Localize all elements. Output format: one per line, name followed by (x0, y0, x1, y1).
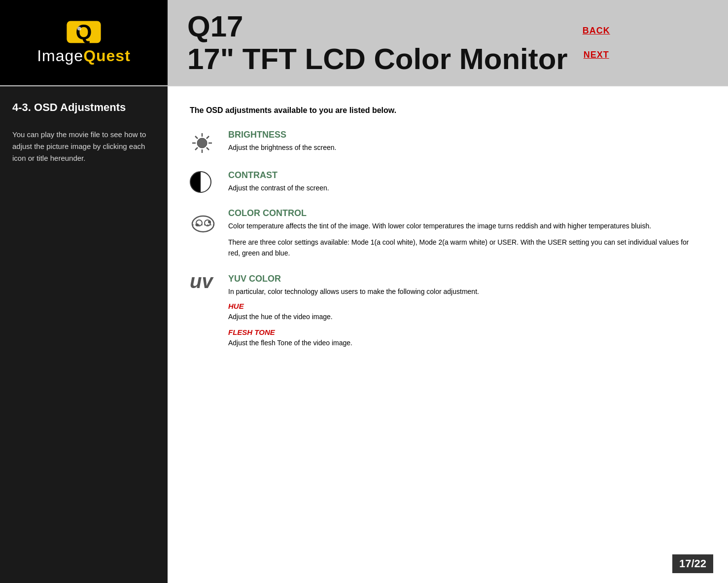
contrast-icon[interactable] (190, 171, 219, 193)
flesh-tone-title[interactable]: FLESH TONE (228, 328, 479, 336)
content-intro: The OSD adjustments available to you are… (190, 106, 701, 115)
sidebar-title: 4-3. OSD Adjustments (12, 101, 155, 114)
main-layout: 4-3. OSD Adjustments You can play the mo… (0, 86, 728, 583)
brightness-desc: Adjust the brightness of the screen. (228, 142, 336, 153)
svg-point-16 (196, 223, 199, 226)
content-area: The OSD adjustments available to you are… (168, 86, 728, 583)
svg-text:Q: Q (76, 20, 92, 43)
svg-line-8 (195, 136, 198, 139)
svg-line-10 (207, 136, 209, 139)
brightness-title[interactable]: BRIGHTNESS (228, 130, 336, 140)
contrast-half-circle-icon (190, 171, 211, 193)
logo-icon: Q (64, 20, 104, 45)
svg-point-17 (208, 220, 211, 223)
color-control-content: COLOR CONTROL Color temperature affects … (228, 208, 701, 258)
svg-line-9 (207, 147, 209, 150)
header-nav: BACK NEXT (568, 26, 625, 60)
logo-area: Q ImageQuest (0, 0, 168, 85)
color-control-desc1: Color temperature affects the tint of th… (228, 220, 701, 231)
hue-title[interactable]: HUE (228, 302, 479, 310)
yuv-content: YUV COLOR In particular, color technolog… (228, 274, 479, 355)
yuv-icon[interactable]: uv (190, 271, 219, 291)
color-wheel-icon (190, 209, 217, 236)
contrast-desc: Adjust the contrast of the screen. (228, 182, 329, 193)
logo-text: ImageQuest (37, 47, 131, 65)
yuv-section: uv YUV COLOR In particular, color techno… (190, 274, 701, 355)
contrast-title[interactable]: CONTRAST (228, 170, 329, 181)
yuv-desc: In particular, color technology allows u… (228, 286, 479, 297)
sun-icon (190, 131, 214, 155)
svg-point-3 (197, 138, 207, 148)
contrast-item: CONTRAST Adjust the contrast of the scre… (190, 170, 701, 193)
page-number: 17/22 (672, 554, 713, 573)
header-title-area: Q17 17" TFT LCD Color Monitor BACK NEXT (168, 0, 728, 85)
header: Q ImageQuest Q17 17" TFT LCD Color Monit… (0, 0, 728, 86)
color-control-desc2: There are three color settings available… (228, 237, 701, 259)
next-link[interactable]: NEXT (584, 50, 609, 60)
color-control-item: COLOR CONTROL Color temperature affects … (190, 208, 701, 258)
page-title: Q17 17" TFT LCD Color Monitor (187, 10, 568, 75)
sidebar-body: You can play the movie file to see how t… (12, 129, 155, 164)
color-control-title[interactable]: COLOR CONTROL (228, 208, 701, 219)
contrast-content: CONTRAST Adjust the contrast of the scre… (228, 170, 329, 193)
brightness-content: BRIGHTNESS Adjust the brightness of the … (228, 130, 336, 153)
svg-point-2 (77, 27, 81, 31)
brightness-item: BRIGHTNESS Adjust the brightness of the … (190, 130, 701, 155)
yuv-title[interactable]: YUV COLOR (228, 274, 479, 284)
flesh-tone-desc: Adjust the flesh Tone of the video image… (228, 337, 479, 348)
sidebar: 4-3. OSD Adjustments You can play the mo… (0, 86, 168, 583)
brightness-icon[interactable] (190, 131, 219, 155)
back-link[interactable]: BACK (583, 26, 610, 36)
color-control-icon[interactable] (190, 209, 219, 236)
svg-line-11 (195, 147, 198, 150)
hue-desc: Adjust the hue of the video image. (228, 311, 479, 322)
